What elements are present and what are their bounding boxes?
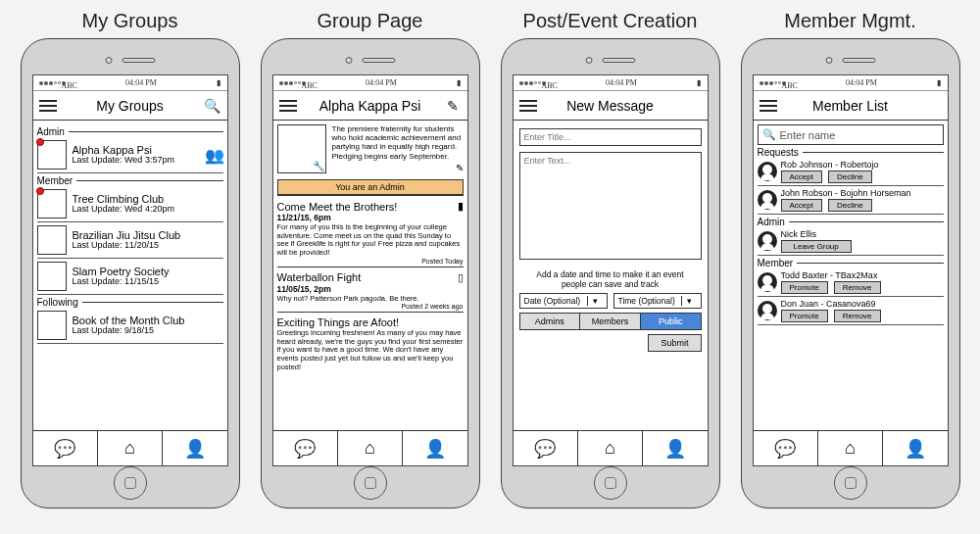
member-name: John Robson - Bojohn Horseman [781,188,944,198]
phone-frame: ABC 04:04 PM▮ Member List 🔍 Enter name R… [741,38,960,509]
submit-button[interactable]: Submit [648,334,701,352]
remove-button[interactable]: Remove [834,281,881,294]
group-item[interactable]: Slam Poetry Society Last Update: 11/15/1… [37,259,223,295]
settings-icon[interactable]: 🔧 [313,161,324,171]
section-requests: Requests [758,147,944,158]
audience-segment[interactable]: Admins Members Public [519,313,702,330]
promote-button[interactable]: Promote [781,281,828,294]
column-title: Post/Event Creation [523,10,698,32]
nav-home-icon[interactable]: ⌂ [578,431,643,465]
member-name: Rob Johnson - Robertojo [781,160,944,170]
member-row: Rob Johnson - Robertojo Accept Decline [758,158,944,186]
nav-profile-icon[interactable]: 👤 [163,431,226,465]
section-member: Member [758,258,944,268]
avatar-icon [758,162,777,181]
avatar-icon [758,231,777,251]
search-icon[interactable]: 🔍 [204,97,221,115]
nav-profile-icon[interactable]: 👤 [883,431,947,465]
column-title: Member Mgmt. [784,10,915,32]
column-title: My Groups [82,10,178,32]
screen-my-groups: ABC 04:04 PM ▮ My Groups 🔍 Admin Alpha [32,74,228,466]
member-name: Don Juan - Casanova69 [781,299,944,309]
seg-admins[interactable]: Admins [520,314,581,329]
group-hero-image[interactable]: 🔧 [277,124,326,173]
group-subtitle: Last Update: Wed 4:20pm [73,205,223,215]
group-item[interactable]: Alpha Kappa Psi Last Update: Wed 3:57pm … [37,137,223,173]
edit-icon[interactable]: ✎ [456,163,464,174]
status-time: 04:04 PM [125,78,157,87]
nav-home-icon[interactable]: ⌂ [338,431,403,465]
search-placeholder: Enter name [780,129,836,141]
remove-button[interactable]: Remove [834,310,881,322]
decline-button[interactable]: Decline [828,170,872,183]
menu-icon[interactable] [519,100,537,112]
member-row: Nick Ellis Leave Group [758,227,944,256]
post-item[interactable]: Come Meet the Brothers! ▮ 11/21/15, 6pm … [277,195,464,267]
nav-profile-icon[interactable]: 👤 [403,431,466,465]
post-item[interactable]: Exciting Things are Afoot! Greetings inc… [277,312,464,373]
search-input[interactable]: 🔍 Enter name [758,124,944,145]
nav-home-icon[interactable]: ⌂ [98,431,163,465]
chevron-down-icon: ▾ [681,296,697,306]
accept-button[interactable]: Accept [781,199,822,212]
nav-chat-icon[interactable]: 💬 [273,431,338,465]
search-icon: 🔍 [762,128,776,141]
post-body: Greetings incoming freshmen! As many of … [277,329,464,371]
nav-home-icon[interactable]: ⌂ [818,431,883,465]
leave-group-button[interactable]: Leave Group [781,240,852,253]
seg-members[interactable]: Members [580,314,641,329]
home-button[interactable] [834,466,867,500]
bookmark-icon[interactable]: ▮ [458,200,464,213]
group-item[interactable]: Brazilian Jiu Jitsu Club Last Update: 11… [37,222,223,259]
group-subtitle: Last Update: 11/15/15 [73,277,223,287]
group-item[interactable]: Book of the Month Club Last Update: 9/18… [37,308,223,344]
nav-chat-icon[interactable]: 💬 [754,431,818,465]
post-foot: Posted Today [277,258,464,265]
post-body: For many of you this is the beginning of… [277,223,464,258]
group-description: The premiere fraternity for students who… [332,124,464,173]
post-body: Why not? Patterson Park pagoda. Be there… [277,295,464,304]
phone-frame: ABC 04:04 PM▮ Alpha Kappa Psi ✎ 🔧 The pr… [261,38,480,509]
compose-icon[interactable]: ✎ [444,97,462,115]
post-title: Exciting Things are Afoot! [277,316,400,328]
status-bar: ABC 04:04 PM▮ [273,75,467,91]
seg-public[interactable]: Public [641,314,701,329]
menu-icon[interactable] [279,100,297,112]
post-title: Come Meet the Brothers! [277,201,398,213]
nav-chat-icon[interactable]: 💬 [514,431,578,465]
title-input[interactable] [519,128,702,146]
date-select[interactable]: Date (Optional)▾ [519,293,608,309]
promote-button[interactable]: Promote [781,310,828,322]
admin-banner: You are an Admin [277,179,464,195]
home-button[interactable] [114,466,147,500]
member-row: Don Juan - Casanova69 Promote Remove [758,297,944,325]
member-name: Nick Ellis [781,229,944,239]
screen-member-list: ABC 04:04 PM▮ Member List 🔍 Enter name R… [753,74,949,466]
unread-dot-icon [36,187,44,195]
bookmark-icon[interactable]: ▯ [458,271,464,284]
accept-button[interactable]: Accept [781,170,822,183]
decline-button[interactable]: Decline [828,199,872,212]
post-sub: 11/05/15, 2pm [277,284,464,294]
menu-icon[interactable] [39,100,57,112]
group-subtitle: Last Update: 11/20/15 [73,241,223,251]
column-title: Group Page [318,10,423,32]
member-row: John Robson - Bojohn Horseman Accept Dec… [758,186,944,215]
menu-icon[interactable] [760,100,777,112]
nav-chat-icon[interactable]: 💬 [33,431,98,465]
post-foot: Posted 2 weeks ago [277,303,464,310]
home-button[interactable] [354,466,387,500]
unread-dot-icon [36,138,44,146]
helper-text: Add a date and time to make it an event … [525,269,696,289]
nav-profile-icon[interactable]: 👤 [643,431,707,465]
home-button[interactable] [594,466,627,500]
time-select[interactable]: Time (Optional)▾ [613,293,702,309]
avatar-icon [758,301,777,320]
group-icon: 👥 [206,146,223,164]
battery-icon: ▮ [217,78,220,87]
screen-group-page: ABC 04:04 PM▮ Alpha Kappa Psi ✎ 🔧 The pr… [272,74,468,466]
section-admin: Admin [758,217,944,227]
text-input[interactable] [519,152,702,260]
post-item[interactable]: Waterballon Fight ▯ 11/05/15, 2pm Why no… [277,267,464,313]
group-item[interactable]: Tree Climbing Club Last Update: Wed 4:20… [37,186,223,222]
